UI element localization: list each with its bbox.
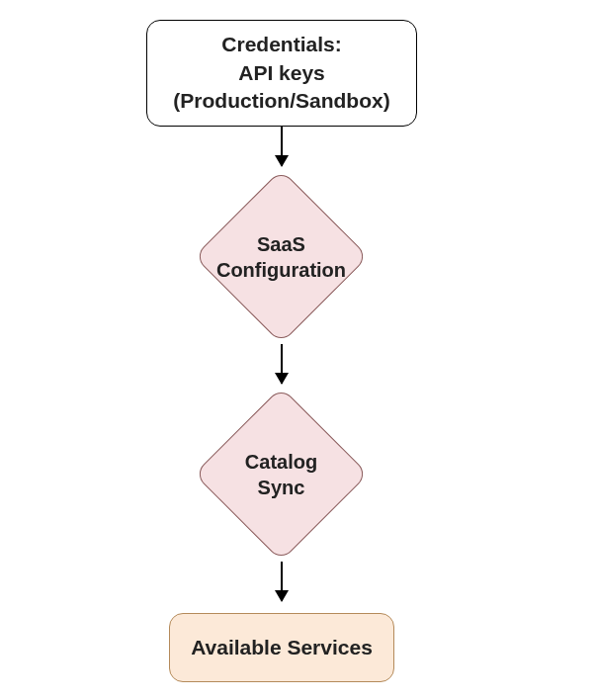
node-catalog-sync-label: Catalog Sync	[219, 412, 343, 536]
arrow-catalog-to-services	[281, 562, 283, 601]
node-credentials: Credentials: API keys (Production/Sandbo…	[146, 20, 417, 127]
node-saas-configuration-label: SaaS Configuration	[219, 195, 343, 318]
node-credentials-subtitle: API keys (Production/Sandbox)	[159, 59, 404, 116]
node-saas-configuration: SaaS Configuration	[219, 195, 343, 318]
node-credentials-title: Credentials:	[221, 31, 341, 58]
node-catalog-sync: Catalog Sync	[219, 412, 343, 536]
node-available-services: Available Services	[169, 613, 394, 682]
flowchart-canvas: Credentials: API keys (Production/Sandbo…	[0, 0, 595, 700]
arrow-saas-to-catalog	[281, 344, 283, 384]
arrow-credentials-to-saas	[281, 127, 283, 166]
node-available-services-label: Available Services	[191, 634, 373, 661]
